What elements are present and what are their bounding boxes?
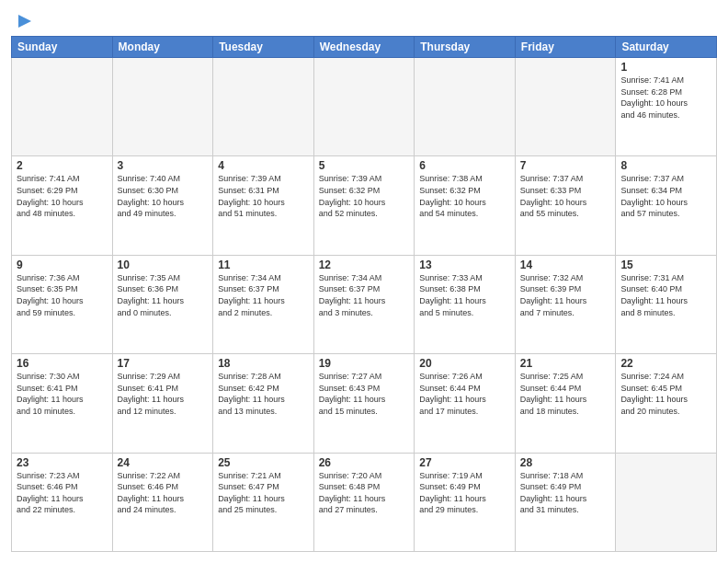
day-number: 21 [520, 357, 611, 370]
day-number: 1 [620, 61, 711, 74]
day-info: Sunrise: 7:38 AM Sunset: 6:32 PM Dayligh… [419, 173, 510, 219]
day-number: 19 [319, 357, 410, 370]
day-number: 10 [118, 259, 209, 271]
day-cell: 22Sunrise: 7:24 AM Sunset: 6:45 PM Dayli… [616, 354, 717, 453]
day-number: 27 [419, 456, 510, 469]
day-cell: 15Sunrise: 7:31 AM Sunset: 6:40 PM Dayli… [616, 255, 717, 353]
day-info: Sunrise: 7:18 AM Sunset: 6:49 PM Dayligh… [520, 470, 611, 516]
day-number: 13 [419, 259, 510, 271]
day-cell: 3Sunrise: 7:40 AM Sunset: 6:30 PM Daylig… [112, 156, 213, 255]
day-number: 2 [17, 159, 108, 172]
day-cell [12, 58, 113, 156]
day-cell: 25Sunrise: 7:21 AM Sunset: 6:47 PM Dayli… [213, 453, 314, 551]
day-number: 25 [218, 456, 309, 469]
day-number: 4 [218, 159, 309, 172]
day-cell: 6Sunrise: 7:38 AM Sunset: 6:32 PM Daylig… [415, 156, 516, 255]
day-cell: 14Sunrise: 7:32 AM Sunset: 6:39 PM Dayli… [515, 255, 616, 353]
day-number: 28 [520, 456, 611, 469]
day-number: 15 [620, 259, 711, 271]
day-cell: 21Sunrise: 7:25 AM Sunset: 6:44 PM Dayli… [515, 354, 616, 453]
weekday-header-row: SundayMondayTuesdayWednesdayThursdayFrid… [12, 37, 717, 58]
day-info: Sunrise: 7:36 AM Sunset: 6:35 PM Dayligh… [17, 272, 108, 318]
day-number: 20 [419, 357, 510, 370]
day-info: Sunrise: 7:37 AM Sunset: 6:33 PM Dayligh… [520, 173, 611, 219]
weekday-header-wednesday: Wednesday [313, 37, 415, 58]
day-info: Sunrise: 7:37 AM Sunset: 6:34 PM Dayligh… [620, 173, 711, 219]
day-info: Sunrise: 7:25 AM Sunset: 6:44 PM Dayligh… [520, 371, 611, 417]
day-cell [313, 58, 415, 156]
day-number: 22 [620, 357, 711, 370]
day-info: Sunrise: 7:33 AM Sunset: 6:38 PM Dayligh… [419, 272, 510, 318]
day-cell: 27Sunrise: 7:19 AM Sunset: 6:49 PM Dayli… [415, 453, 516, 551]
day-info: Sunrise: 7:19 AM Sunset: 6:49 PM Dayligh… [419, 470, 510, 516]
day-info: Sunrise: 7:34 AM Sunset: 6:37 PM Dayligh… [319, 272, 410, 318]
day-cell: 10Sunrise: 7:35 AM Sunset: 6:36 PM Dayli… [112, 255, 213, 353]
day-cell: 13Sunrise: 7:33 AM Sunset: 6:38 PM Dayli… [415, 255, 516, 353]
day-info: Sunrise: 7:20 AM Sunset: 6:48 PM Dayligh… [319, 470, 410, 516]
day-number: 12 [319, 259, 410, 271]
week-row-4: 23Sunrise: 7:23 AM Sunset: 6:46 PM Dayli… [12, 453, 717, 551]
day-number: 9 [17, 259, 108, 271]
day-cell: 24Sunrise: 7:22 AM Sunset: 6:46 PM Dayli… [112, 453, 213, 551]
day-number: 5 [319, 159, 410, 172]
week-row-3: 16Sunrise: 7:30 AM Sunset: 6:41 PM Dayli… [12, 354, 717, 453]
day-info: Sunrise: 7:39 AM Sunset: 6:32 PM Dayligh… [319, 173, 410, 219]
day-info: Sunrise: 7:23 AM Sunset: 6:46 PM Dayligh… [17, 470, 108, 516]
header [11, 11, 717, 29]
day-info: Sunrise: 7:32 AM Sunset: 6:39 PM Dayligh… [520, 272, 611, 318]
day-cell: 2Sunrise: 7:41 AM Sunset: 6:29 PM Daylig… [12, 156, 113, 255]
day-cell: 17Sunrise: 7:29 AM Sunset: 6:41 PM Dayli… [112, 354, 213, 453]
day-info: Sunrise: 7:39 AM Sunset: 6:31 PM Dayligh… [218, 173, 309, 219]
day-cell: 16Sunrise: 7:30 AM Sunset: 6:41 PM Dayli… [12, 354, 113, 453]
day-cell: 26Sunrise: 7:20 AM Sunset: 6:48 PM Dayli… [313, 453, 415, 551]
day-number: 11 [218, 259, 309, 271]
day-cell: 12Sunrise: 7:34 AM Sunset: 6:37 PM Dayli… [313, 255, 415, 353]
day-info: Sunrise: 7:22 AM Sunset: 6:46 PM Dayligh… [118, 470, 209, 516]
day-number: 6 [419, 159, 510, 172]
day-info: Sunrise: 7:31 AM Sunset: 6:40 PM Dayligh… [620, 272, 711, 318]
day-cell [415, 58, 516, 156]
day-cell [213, 58, 314, 156]
day-info: Sunrise: 7:24 AM Sunset: 6:45 PM Dayligh… [620, 371, 711, 417]
day-cell: 1Sunrise: 7:41 AM Sunset: 6:28 PM Daylig… [616, 58, 717, 156]
day-cell: 23Sunrise: 7:23 AM Sunset: 6:46 PM Dayli… [12, 453, 113, 551]
day-info: Sunrise: 7:40 AM Sunset: 6:30 PM Dayligh… [118, 173, 209, 219]
day-info: Sunrise: 7:27 AM Sunset: 6:43 PM Dayligh… [319, 371, 410, 417]
day-cell: 20Sunrise: 7:26 AM Sunset: 6:44 PM Dayli… [415, 354, 516, 453]
week-row-0: 1Sunrise: 7:41 AM Sunset: 6:28 PM Daylig… [12, 58, 717, 156]
day-cell: 7Sunrise: 7:37 AM Sunset: 6:33 PM Daylig… [515, 156, 616, 255]
day-number: 16 [17, 357, 108, 370]
day-number: 24 [118, 456, 209, 469]
day-info: Sunrise: 7:29 AM Sunset: 6:41 PM Dayligh… [118, 371, 209, 417]
day-cell: 11Sunrise: 7:34 AM Sunset: 6:37 PM Dayli… [213, 255, 314, 353]
calendar: SundayMondayTuesdayWednesdayThursdayFrid… [11, 36, 717, 552]
weekday-header-thursday: Thursday [415, 37, 516, 58]
weekday-header-friday: Friday [515, 37, 616, 58]
day-info: Sunrise: 7:30 AM Sunset: 6:41 PM Dayligh… [17, 371, 108, 417]
day-cell: 4Sunrise: 7:39 AM Sunset: 6:31 PM Daylig… [213, 156, 314, 255]
day-info: Sunrise: 7:41 AM Sunset: 6:29 PM Dayligh… [17, 173, 108, 219]
day-number: 14 [520, 259, 611, 271]
day-cell: 9Sunrise: 7:36 AM Sunset: 6:35 PM Daylig… [12, 255, 113, 353]
day-info: Sunrise: 7:28 AM Sunset: 6:42 PM Dayligh… [218, 371, 309, 417]
day-info: Sunrise: 7:21 AM Sunset: 6:47 PM Dayligh… [218, 470, 309, 516]
day-number: 7 [520, 159, 611, 172]
day-info: Sunrise: 7:41 AM Sunset: 6:28 PM Dayligh… [620, 75, 711, 121]
day-number: 8 [620, 159, 711, 172]
week-row-2: 9Sunrise: 7:36 AM Sunset: 6:35 PM Daylig… [12, 255, 717, 353]
day-cell: 18Sunrise: 7:28 AM Sunset: 6:42 PM Dayli… [213, 354, 314, 453]
logo-icon [13, 11, 33, 31]
page: SundayMondayTuesdayWednesdayThursdayFrid… [0, 0, 728, 563]
day-number: 17 [118, 357, 209, 370]
day-info: Sunrise: 7:35 AM Sunset: 6:36 PM Dayligh… [118, 272, 209, 318]
day-cell: 19Sunrise: 7:27 AM Sunset: 6:43 PM Dayli… [313, 354, 415, 453]
day-cell [616, 453, 717, 551]
day-number: 26 [319, 456, 410, 469]
weekday-header-tuesday: Tuesday [213, 37, 314, 58]
logo [11, 11, 33, 29]
day-info: Sunrise: 7:26 AM Sunset: 6:44 PM Dayligh… [419, 371, 510, 417]
weekday-header-monday: Monday [112, 37, 213, 58]
day-info: Sunrise: 7:34 AM Sunset: 6:37 PM Dayligh… [218, 272, 309, 318]
weekday-header-sunday: Sunday [12, 37, 113, 58]
day-cell [112, 58, 213, 156]
